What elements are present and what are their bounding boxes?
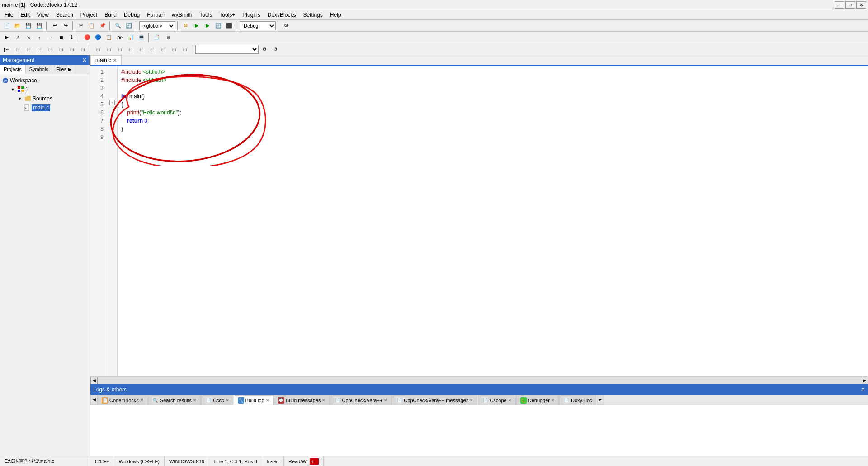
tab-cppcheck-msg-close[interactable]: ✕ [470,398,473,403]
menu-settings[interactable]: Settings [300,11,325,19]
bottom-tab-debugger[interactable]: 🐛 Debugger ✕ [516,395,559,405]
bottom-tab-cscope[interactable]: 📄 Cscope ✕ [478,395,515,405]
global-dropdown[interactable]: <global> [139,21,175,30]
open-button[interactable]: 📂 [13,21,23,31]
save-button[interactable]: 💾 [24,21,33,31]
tab-codeblocks-close[interactable]: ✕ [140,398,144,403]
tab-cccc-close[interactable]: ✕ [226,398,229,403]
call-stack[interactable]: 📊 [126,33,136,43]
debug-step-into[interactable]: ↘ [24,33,33,43]
code-tb8[interactable]: □ [78,44,88,54]
editor-tab-mainc[interactable]: main.c ✕ [90,55,122,65]
restore-button[interactable]: □ [845,1,855,9]
build-config-dropdown[interactable]: Debug Release [240,21,276,30]
tab-files[interactable]: Files ▶ [52,65,75,74]
bottom-tab-cppcheck-msg[interactable]: 📄 CppCheck/Vera++ messages ✕ [392,395,477,405]
memory-dump[interactable]: 💻 [137,33,146,43]
debug-info[interactable]: ℹ [67,33,77,43]
code-tb14[interactable]: □ [147,44,157,54]
code-tb6[interactable]: □ [56,44,66,54]
breakpoint-remove-all[interactable]: 🔵 [93,33,103,43]
copy-button[interactable]: 📋 [87,21,97,31]
compiler-options-button[interactable]: ⚙ [281,21,291,31]
bottom-tab-search[interactable]: 🔍 Search results ✕ [148,395,201,405]
code-tb17[interactable]: □ [180,44,190,54]
rebuild-button[interactable]: 🔃 [213,21,223,31]
redo-button[interactable]: ↪ [61,21,71,31]
function-dropdown[interactable] [195,45,259,54]
code-tb5[interactable]: □ [45,44,55,54]
watches-window[interactable]: 👁 [115,33,125,43]
tree-sources[interactable]: ▼ Sources [2,94,88,103]
bottom-tab-cppcheck[interactable]: 📄 CppCheck/Vera++ ✕ [330,395,392,405]
bottom-tabs-left-arrow[interactable]: ◀ [90,395,98,405]
bottom-tab-doxybloc[interactable]: 📄 DoxyBloc [559,395,596,405]
h-scroll-track[interactable] [98,377,861,384]
code-tb1[interactable]: |← [2,44,12,54]
code-tb7[interactable]: □ [67,44,77,54]
undo-button[interactable]: ↩ [50,21,60,31]
cpu-registers[interactable]: 🖥 [163,33,173,43]
code-tb15[interactable]: □ [158,44,168,54]
menu-debug[interactable]: Debug [121,11,142,19]
gutter-5[interactable]: − [108,99,117,107]
code-tb9[interactable]: □ [93,44,103,54]
code-content[interactable]: #include <stdio.h> #include <stdlib.h> i… [118,66,868,376]
minimize-button[interactable]: − [835,1,844,9]
new-button[interactable]: 📄 [2,21,12,31]
code-tb13[interactable]: □ [137,44,146,54]
code-tb10[interactable]: □ [104,44,114,54]
menu-edit[interactable]: Edit [18,11,33,19]
tree-project[interactable]: ▼ 1 [2,85,88,94]
debug-step-over[interactable]: ↗ [13,33,23,43]
bottom-tabs-right-arrow[interactable]: ▶ [597,395,604,405]
sidebar-close-button[interactable]: ✕ [82,57,87,63]
breakpoint-toggle[interactable]: 🔴 [82,33,92,43]
debug-next-inst[interactable]: → [45,33,55,43]
tree-workspace[interactable]: W Workspace [2,76,88,85]
tab-buildmessages-close[interactable]: ✕ [322,398,326,403]
debug-step-out[interactable]: ↑ [34,33,44,43]
menu-project[interactable]: Project [78,11,100,19]
menu-search[interactable]: Search [53,11,76,19]
bottom-tab-buildmessages[interactable]: 💬 Build messages ✕ [274,395,330,405]
code-tb16[interactable]: □ [169,44,179,54]
debug-start[interactable]: ▶ [2,33,12,43]
debug-stop[interactable]: ⏹ [56,33,66,43]
bottom-panel-close[interactable]: ✕ [861,386,865,393]
bottom-tab-buildlog[interactable]: 🔧 Build log ✕ [234,395,274,405]
h-scroll-right-button[interactable]: ▶ [861,377,868,384]
save-all-button[interactable]: 💾 [34,21,44,31]
tab-debugger-close[interactable]: ✕ [551,398,555,403]
code-tb3[interactable]: □ [24,44,33,54]
menu-view[interactable]: View [34,11,52,19]
bottom-tab-cccc[interactable]: 📄 Cccc ✕ [201,395,233,405]
bottom-tab-codeblocks[interactable]: 📄 Code::Blocks ✕ [98,395,148,405]
menu-tools[interactable]: Tools [197,11,215,19]
tab-buildlog-close[interactable]: ✕ [266,398,269,403]
menu-fortran[interactable]: Fortran [144,11,167,19]
code-tb12[interactable]: □ [126,44,136,54]
find-button[interactable]: 🔍 [113,21,123,31]
tab-cppcheck-close[interactable]: ✕ [384,398,387,403]
breakpoints-window[interactable]: 📋 [104,33,114,43]
disassemble[interactable]: 📑 [152,33,162,43]
build-button[interactable]: ⚙ [181,21,191,31]
code-tb2[interactable]: □ [13,44,23,54]
menu-help[interactable]: Help [327,11,344,19]
fold-marker-5[interactable]: − [109,100,115,105]
tree-mainc[interactable]: c main.c [2,103,88,112]
paste-button[interactable]: 📌 [98,21,108,31]
stop-button[interactable]: ⬛ [224,21,234,31]
tab-symbols[interactable]: Symbols [26,65,52,74]
editor-tab-close[interactable]: ✕ [113,58,117,63]
menu-file[interactable]: File [2,11,16,19]
tab-cscope-close[interactable]: ✕ [508,398,512,403]
menu-build[interactable]: Build [102,11,119,19]
cut-button[interactable]: ✂ [76,21,86,31]
code-tb19[interactable]: ⚙ [270,44,280,54]
horizontal-scrollbar[interactable]: ◀ ▶ [90,376,868,384]
run-button[interactable]: ▶ [192,21,202,31]
code-tb18[interactable]: ⚙ [259,44,269,54]
h-scroll-left-button[interactable]: ◀ [90,377,98,384]
